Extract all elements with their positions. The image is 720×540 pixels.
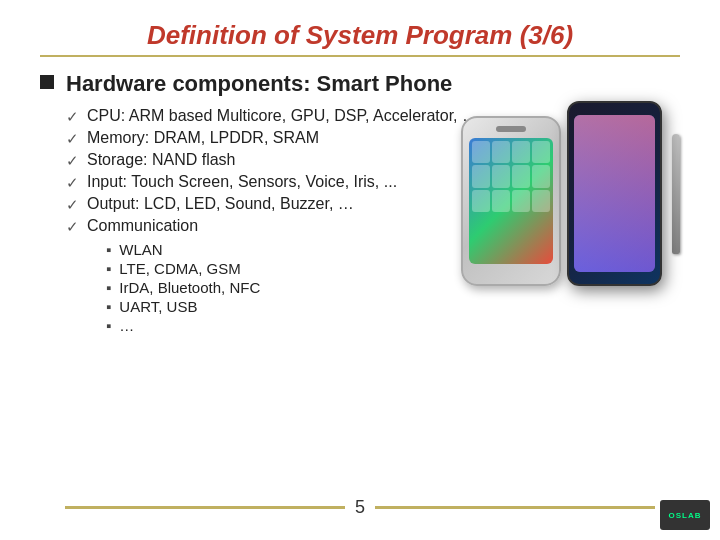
- title-underline: [40, 55, 680, 57]
- dash-icon-5: ▪: [106, 317, 111, 334]
- sub-bullet-text-6: Communication: [87, 217, 198, 235]
- sub-sub-text-4: UART, USB: [119, 298, 197, 315]
- logo-area: OSLAB: [660, 500, 710, 530]
- footer-line-right: [375, 506, 655, 509]
- phones-image-container: [461, 101, 680, 286]
- sub-bullet-text-3: Storage: NAND flash: [87, 151, 236, 169]
- app-icon-10: [492, 190, 510, 212]
- sub-bullet-text-4: Input: Touch Screen, Sensors, Voice, Iri…: [87, 173, 397, 191]
- bullet-square-icon: [40, 75, 54, 89]
- page-number: 5: [355, 497, 365, 518]
- app-icon-2: [492, 141, 510, 163]
- app-icon-3: [512, 141, 530, 163]
- sub-sub-text-5: …: [119, 317, 134, 334]
- content-area: Hardware components: Smart Phone ✓ CPU: …: [40, 71, 680, 334]
- slide: Definition of System Program (3/6) Hardw…: [0, 0, 720, 540]
- app-icon-5: [472, 165, 490, 187]
- title-container: Definition of System Program (3/6): [40, 20, 680, 57]
- sub-sub-bullet-uart: ▪ UART, USB: [106, 298, 680, 315]
- dash-icon-1: ▪: [106, 241, 111, 258]
- check-icon-1: ✓: [66, 108, 79, 126]
- check-icon-4: ✓: [66, 174, 79, 192]
- sub-sub-text-2: LTE, CDMA, GSM: [119, 260, 240, 277]
- app-icon-4: [532, 141, 550, 163]
- app-icon-11: [512, 190, 530, 212]
- sub-bullet-text-5: Output: LCD, LED, Sound, Buzzer, …: [87, 195, 354, 213]
- sub-sub-text-3: IrDA, Bluetooth, NFC: [119, 279, 260, 296]
- dash-icon-4: ▪: [106, 298, 111, 315]
- main-bullet: Hardware components: Smart Phone: [40, 71, 680, 97]
- android-screen-content: [574, 115, 655, 272]
- iphone-screen: [469, 138, 553, 264]
- footer-bar: 5: [0, 497, 720, 518]
- check-icon-3: ✓: [66, 152, 79, 170]
- sub-bullet-text-1: CPU: ARM based Multicore, GPU, DSP, Acce…: [87, 107, 478, 125]
- sub-sub-text-1: WLAN: [119, 241, 162, 258]
- footer-line-left: [65, 506, 345, 509]
- dash-icon-2: ▪: [106, 260, 111, 277]
- android-screen: [574, 115, 655, 272]
- app-icon-9: [472, 190, 490, 212]
- app-icon-8: [532, 165, 550, 187]
- app-icon-6: [492, 165, 510, 187]
- dash-icon-3: ▪: [106, 279, 111, 296]
- sub-bullet-text-2: Memory: DRAM, LPDDR, SRAM: [87, 129, 319, 147]
- sub-sub-bullet-ellipsis: ▪ …: [106, 317, 680, 334]
- app-icon-1: [472, 141, 490, 163]
- stylus-image: [672, 134, 680, 254]
- logo-text: OSLAB: [669, 511, 702, 520]
- check-icon-5: ✓: [66, 196, 79, 214]
- iphone-image: [461, 116, 561, 286]
- check-icon-2: ✓: [66, 130, 79, 148]
- app-icon-7: [512, 165, 530, 187]
- android-image: [567, 101, 662, 286]
- slide-title: Definition of System Program (3/6): [40, 20, 680, 51]
- main-bullet-text: Hardware components: Smart Phone: [66, 71, 452, 97]
- app-icon-12: [532, 190, 550, 212]
- check-icon-6: ✓: [66, 218, 79, 236]
